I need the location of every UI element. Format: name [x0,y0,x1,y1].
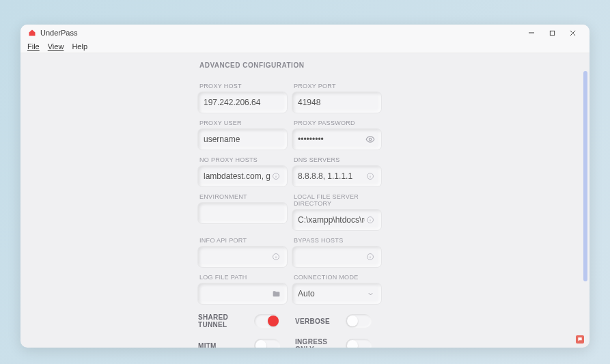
menu-help[interactable]: Help [72,42,87,51]
info-icon[interactable] [365,171,376,182]
menubar: File View Help [20,41,590,53]
svg-point-1 [369,138,372,141]
environment-label: ENVIRONMENT [199,193,288,200]
app-logo-icon [27,29,36,38]
mitm-label: MITM [198,342,254,348]
bypass-input[interactable] [292,247,381,267]
proxy-password-label: PROXY PASSWORD [294,120,383,126]
proxy-user-label: PROXY USER [199,120,288,126]
menu-view[interactable]: View [48,42,64,51]
verbose-toggle[interactable] [346,314,372,328]
info-icon[interactable] [271,171,281,182]
content-area: ADVANCED CONFIGURATION PROXY HOST 197.24… [20,53,590,348]
log-path-label: LOG FILE PATH [199,274,288,281]
section-title: ADVANCED CONFIGURATION [199,61,387,69]
maximize-button[interactable] [542,26,562,40]
proxy-host-input[interactable]: 197.242.206.64 [198,92,287,113]
menu-file[interactable]: File [27,42,40,51]
eye-icon[interactable] [365,134,376,145]
proxy-password-input[interactable]: ••••••••• [292,129,381,150]
conn-mode-label: CONNECTION MODE [294,274,383,281]
mitm-toggle[interactable] [254,339,280,348]
chevron-down-icon [365,288,376,299]
verbose-label: VERBOSE [283,318,346,325]
proxy-port-input[interactable]: 41948 [292,92,381,113]
minimize-button[interactable] [521,26,542,40]
scrollbar[interactable] [583,71,587,334]
proxy-host-label: PROXY HOST [199,83,288,89]
proxy-user-input[interactable]: username [198,129,287,150]
local-dir-label: LOCAL FILE SERVER DIRECTORY [294,193,383,207]
app-window: UnderPass File View Help ADVANCED CONFIG… [20,25,590,348]
no-proxy-label: NO PROXY HOSTS [199,156,288,163]
scrollbar-thumb[interactable] [583,71,587,281]
local-dir-input[interactable]: C:\xampp\htdocs\rc [292,210,381,230]
environment-input[interactable] [198,203,287,223]
bypass-label: BYPASS HOSTS [294,237,383,244]
info-icon[interactable] [365,214,376,225]
conn-mode-select[interactable]: Auto [292,283,381,304]
no-proxy-input[interactable]: lambdatest.com, gc [198,166,287,186]
notification-badge-icon[interactable] [576,335,584,344]
dns-input[interactable]: 8.8.8.8, 1.1.1.1 [292,166,381,186]
close-button[interactable] [562,26,583,40]
ingress-label: INGRESS ONLY [283,338,346,348]
info-port-input[interactable] [198,247,287,267]
shared-tunnel-toggle[interactable] [254,314,280,328]
ingress-toggle[interactable] [346,339,372,348]
info-icon[interactable] [271,251,281,262]
log-path-input[interactable] [198,283,287,304]
shared-tunnel-label: SHARED TUNNEL [198,313,254,328]
folder-icon[interactable] [271,288,281,299]
titlebar: UnderPass [20,25,590,41]
dns-label: DNS SERVERS [294,156,383,163]
svg-rect-0 [550,31,554,35]
window-title: UnderPass [40,29,77,37]
proxy-port-label: PROXY PORT [294,83,383,89]
info-port-label: INFO API PORT [199,237,288,244]
info-icon[interactable] [365,251,376,262]
